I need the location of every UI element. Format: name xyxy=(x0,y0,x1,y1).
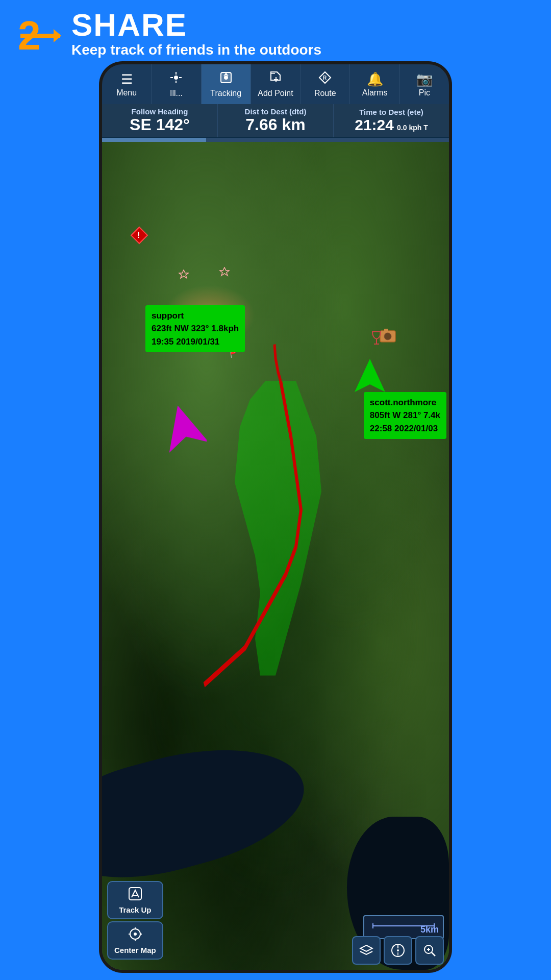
tracking-icon xyxy=(219,71,233,88)
route-svg xyxy=(102,142,449,970)
scott-name: scott.northmore xyxy=(370,396,440,409)
scott-line2: 22:58 2022/01/03 xyxy=(370,422,440,435)
alarms-icon: 🔔 xyxy=(367,71,383,87)
nav-addpoint-label: Add Point xyxy=(258,89,293,98)
map-area[interactable]: support 623ft NW 323° 1.8kph 19:35 2019/… xyxy=(102,142,449,970)
stat-time: Time to Dest (ete) 21:24 0.0 kph T xyxy=(334,104,449,137)
compass-button[interactable] xyxy=(384,936,412,965)
app-logo-icon: 2 xyxy=(15,11,61,57)
support-line1: 623ft NW 323° 1.8kph xyxy=(152,322,239,335)
svg-marker-14 xyxy=(235,381,321,675)
center-map-button[interactable]: Center Map xyxy=(107,921,163,960)
svg-marker-15 xyxy=(355,359,385,392)
nav-addpoint[interactable]: Add Point xyxy=(251,64,300,104)
svg-marker-40 xyxy=(360,945,372,951)
nav-ill-label: Ill... xyxy=(170,89,183,98)
stat-dist: Dist to Dest (dtd) 7.66 km xyxy=(218,104,334,137)
nav-ill[interactable]: Ill... xyxy=(152,64,201,104)
time-value: 21:24 0.0 kph T xyxy=(355,116,428,133)
track-up-label: Track Up xyxy=(119,905,151,914)
heading-value: SE 142° xyxy=(130,116,190,134)
app-navbar: ☰ Menu Ill... xyxy=(102,64,449,104)
nav-pic[interactable]: 📷 Pic xyxy=(400,64,449,104)
map-bottom-controls: Track Up Center Map xyxy=(107,881,163,960)
zoom-button[interactable] xyxy=(415,936,444,965)
svg-marker-20 xyxy=(220,267,229,276)
dist-label: Dist to Dest (dtd) xyxy=(245,107,307,116)
svg-point-9 xyxy=(224,76,228,80)
center-map-label: Center Map xyxy=(114,946,156,954)
map-bottom-right-controls xyxy=(352,936,444,965)
banner-subtitle: Keep track of friends in the outdoors xyxy=(71,41,321,59)
center-map-icon xyxy=(128,926,143,945)
nav-menu[interactable]: ☰ Menu xyxy=(102,64,152,104)
nav-alarms[interactable]: 🔔 Alarms xyxy=(350,64,399,104)
wine-marker xyxy=(370,331,383,348)
svg-line-46 xyxy=(432,952,435,956)
layers-button[interactable] xyxy=(352,936,381,965)
time-label: Time to Dest (ete) xyxy=(359,108,423,116)
scott-line1: 805ft W 281° 7.4k xyxy=(370,409,440,422)
tooltip-support: support 623ft NW 323° 1.8kph 19:35 2019/… xyxy=(145,305,245,353)
phone-frame: ☰ Menu Ill... xyxy=(102,64,449,970)
stats-bar: Follow Heading SE 142° Dist to Dest (dtd… xyxy=(102,104,449,137)
svg-rect-26 xyxy=(384,329,388,332)
svg-text:!: ! xyxy=(137,231,140,239)
nav-route-label: Route xyxy=(314,89,336,98)
scale-bar: 5km xyxy=(363,915,444,939)
banner-text: SHARE Keep track of friends in the outdo… xyxy=(71,9,321,59)
waypoint-2 xyxy=(219,267,230,279)
support-name: support xyxy=(152,309,239,323)
progress-fill xyxy=(102,138,206,142)
svg-marker-19 xyxy=(179,270,188,278)
nav-tracking[interactable]: Tracking xyxy=(202,64,251,104)
svg-marker-16 xyxy=(161,402,207,453)
svg-point-25 xyxy=(384,333,391,340)
track-up-icon xyxy=(128,886,143,904)
nav-pic-label: Pic xyxy=(419,88,430,97)
nav-tracking-label: Tracking xyxy=(210,89,241,98)
scale-bar-container: 5km xyxy=(363,915,444,939)
waypoint-1 xyxy=(179,270,189,282)
nav-menu-label: Menu xyxy=(116,88,137,97)
ill-icon xyxy=(169,71,183,88)
banner-title: SHARE xyxy=(71,9,321,41)
top-banner: 2 SHARE Keep track of friends in the out… xyxy=(0,0,551,64)
svg-point-42 xyxy=(397,949,399,951)
svg-point-35 xyxy=(134,933,137,936)
scale-label: 5km xyxy=(420,924,439,935)
track-up-button[interactable]: Track Up xyxy=(107,881,163,919)
heading-label: Follow Heading xyxy=(132,107,188,116)
progress-bar xyxy=(102,138,449,142)
svg-text:R: R xyxy=(323,75,327,81)
stat-heading: Follow Heading SE 142° xyxy=(102,104,218,137)
dist-value: 7.66 km xyxy=(245,116,305,134)
nav-alarms-label: Alarms xyxy=(362,88,388,97)
tooltip-scott: scott.northmore 805ft W 281° 7.4k 22:58 … xyxy=(364,392,446,439)
menu-icon: ☰ xyxy=(121,71,133,87)
hazard-marker: ! xyxy=(130,226,148,247)
pic-icon: 📷 xyxy=(416,71,433,87)
route-icon: R xyxy=(318,71,332,88)
user-location-arrow xyxy=(161,402,207,455)
svg-point-3 xyxy=(174,76,178,80)
addpoint-icon xyxy=(269,71,282,88)
nav-route[interactable]: R Route xyxy=(300,64,350,104)
support-line2: 19:35 2019/01/31 xyxy=(152,335,239,349)
